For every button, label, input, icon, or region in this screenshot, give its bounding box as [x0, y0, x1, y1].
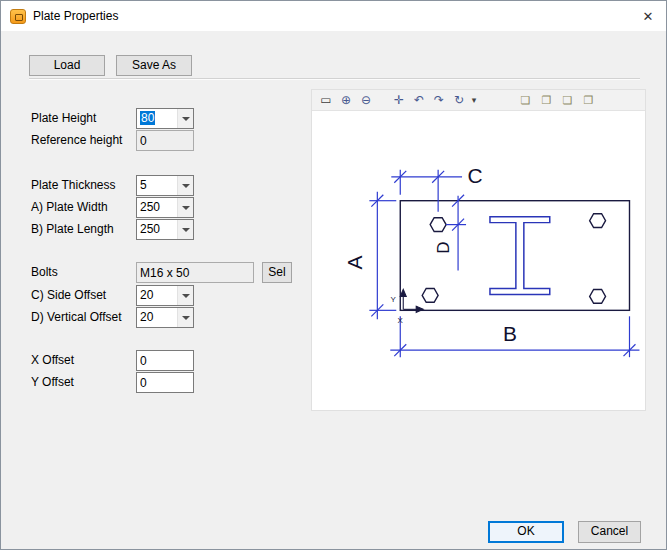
close-icon[interactable]: ✕ — [630, 1, 666, 31]
chevron-down-icon[interactable] — [177, 176, 193, 195]
plate-thickness-combo[interactable]: 5 — [136, 175, 194, 196]
dim-label-c: C — [467, 164, 482, 187]
preview-panel: ▭ ⊕ ⊖ ✛ ↶ ↷ ↻ ▾ ❏ ❐ ❏ ❐ — [311, 89, 646, 411]
pan-icon[interactable]: ✛ — [389, 91, 409, 109]
dialog-body: Load Save As Plate Height 80 Reference h… — [1, 31, 666, 549]
plate-width-label: A) Plate Width — [31, 197, 108, 218]
dialog-title: Plate Properties — [33, 9, 118, 23]
side-offset-value: 20 — [137, 286, 177, 305]
dim-label-b: B — [503, 322, 517, 345]
paste-view-3-icon[interactable]: ❏ — [557, 91, 578, 109]
save-as-button[interactable]: Save As — [116, 55, 192, 76]
beam-section — [490, 217, 550, 295]
zoom-out-icon[interactable]: ⊖ — [356, 91, 376, 109]
vertical-offset-value: 20 — [137, 308, 177, 327]
rotate-cw-icon[interactable]: ↷ — [429, 91, 449, 109]
plate-height-value: 80 — [140, 111, 155, 125]
preview-canvas[interactable]: A B — [312, 110, 645, 410]
vertical-offset-combo[interactable]: 20 — [136, 307, 194, 328]
bolts-select-button[interactable]: Sel — [262, 262, 292, 283]
plate-height-label: Plate Height — [31, 108, 96, 129]
x-offset-label: X Offset — [31, 350, 74, 371]
dim-label-a: A — [343, 255, 366, 269]
plate-thickness-value: 5 — [137, 176, 177, 195]
plate-width-value: 250 — [137, 198, 177, 217]
bolt-bottom-left — [422, 289, 438, 303]
y-offset-field[interactable] — [136, 372, 194, 393]
plate-height-combo[interactable]: 80 — [136, 108, 194, 129]
side-offset-label: C) Side Offset — [31, 285, 106, 306]
orbit-icon[interactable]: ↻ — [449, 91, 469, 109]
dimension-d — [446, 195, 466, 271]
dimension-c — [391, 170, 462, 212]
plate-length-value: 250 — [137, 220, 177, 239]
bolts-field[interactable] — [136, 262, 254, 283]
bolt-top-left — [430, 218, 446, 232]
ok-button[interactable]: OK — [488, 521, 564, 543]
app-icon — [10, 9, 26, 24]
chevron-down-icon[interactable] — [177, 308, 193, 327]
axis-label-y: Y — [391, 295, 397, 304]
preview-toolbar: ▭ ⊕ ⊖ ✛ ↶ ↷ ↻ ▾ ❏ ❐ ❏ ❐ — [312, 90, 645, 110]
cancel-button[interactable]: Cancel — [578, 521, 641, 543]
paste-view-4-icon[interactable]: ❐ — [578, 91, 599, 109]
ucs-axis-icon — [400, 289, 423, 312]
plate-drawing: A B — [312, 111, 645, 410]
plate-length-combo[interactable]: 250 — [136, 219, 194, 240]
bolt-hexagons — [422, 214, 605, 304]
load-button[interactable]: Load — [29, 55, 105, 76]
paste-view-1-icon[interactable]: ❏ — [515, 91, 536, 109]
plate-properties-dialog: Plate Properties ✕ Load Save As Plate He… — [0, 0, 667, 550]
side-offset-combo[interactable]: 20 — [136, 285, 194, 306]
plate-length-label: B) Plate Length — [31, 219, 114, 240]
chevron-down-icon[interactable] — [177, 109, 193, 128]
view-dropdown-icon[interactable]: ▾ — [469, 91, 479, 109]
axis-label-x: X — [398, 316, 404, 325]
x-offset-field[interactable] — [136, 350, 194, 371]
rotate-ccw-icon[interactable]: ↶ — [409, 91, 429, 109]
reference-height-label: Reference height — [31, 130, 122, 151]
zoom-window-icon[interactable]: ▭ — [316, 91, 336, 109]
y-offset-label: Y Offset — [31, 372, 74, 393]
paste-view-2-icon[interactable]: ❐ — [536, 91, 557, 109]
reference-height-field[interactable] — [136, 130, 194, 151]
titlebar: Plate Properties ✕ — [1, 1, 666, 31]
bolt-top-right — [590, 214, 606, 228]
plate-width-combo[interactable]: 250 — [136, 197, 194, 218]
chevron-down-icon[interactable] — [177, 198, 193, 217]
vertical-offset-label: D) Vertical Offset — [31, 307, 121, 328]
chevron-down-icon[interactable] — [177, 286, 193, 305]
zoom-in-icon[interactable]: ⊕ — [336, 91, 356, 109]
bolt-bottom-right — [590, 290, 606, 304]
separator — [29, 78, 640, 80]
chevron-down-icon[interactable] — [177, 220, 193, 239]
bolts-label: Bolts — [31, 262, 58, 283]
dim-label-d: D — [434, 241, 453, 253]
plate-thickness-label: Plate Thickness — [31, 175, 116, 196]
